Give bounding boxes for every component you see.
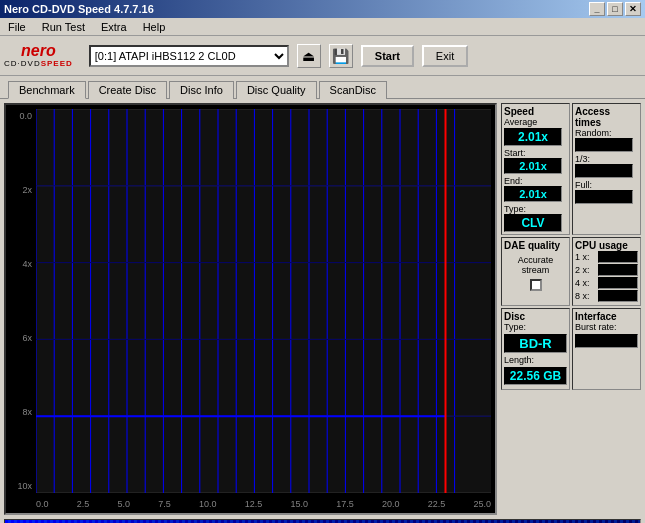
minimize-button[interactable]: _ — [589, 2, 605, 16]
y-label-0: 10x — [6, 481, 34, 491]
cpu-row-4: 4 x: — [575, 277, 638, 289]
close-button[interactable]: ✕ — [625, 2, 641, 16]
disc-length-label: Length: — [504, 355, 567, 365]
menu-help[interactable]: Help — [139, 20, 170, 34]
y-label-5: 0.0 — [6, 111, 34, 121]
cpu-row-8: 8 x: — [575, 290, 638, 302]
menu-extra[interactable]: Extra — [97, 20, 131, 34]
cd-dvd-speed-text: CD·DVDSPEED — [4, 59, 73, 68]
nero-logo: nero CD·DVDSPEED — [4, 43, 73, 68]
toolbar: nero CD·DVDSPEED [0:1] ATAPI iHBS112 2 C… — [0, 36, 645, 76]
disc-length-value: 22.56 GB — [504, 367, 567, 385]
menu-run-test[interactable]: Run Test — [38, 20, 89, 34]
speed-title: Speed — [504, 106, 567, 117]
nero-text: nero — [21, 43, 56, 59]
tab-disc-quality[interactable]: Disc Quality — [236, 81, 317, 99]
access-times-title: Access times — [575, 106, 638, 128]
speed-access-row: Speed Average 2.01x Start: 2.01x End: 2.… — [501, 103, 641, 235]
y-label-2: 6x — [6, 333, 34, 343]
x-label-6: 15.0 — [290, 499, 308, 509]
y-axis: 10x 8x 6x 4x 2x 0.0 — [6, 109, 34, 493]
window-title: Nero CD-DVD Speed 4.7.7.16 — [4, 3, 154, 15]
access-random-value — [575, 138, 633, 152]
interface-title: Interface — [575, 311, 638, 322]
title-bar-buttons: _ □ ✕ — [589, 2, 641, 16]
progress-bar — [4, 519, 641, 523]
disc-interface-row: Disc Type: BD-R Length: 22.56 GB Interfa… — [501, 308, 641, 390]
x-label-9: 22.5 — [428, 499, 446, 509]
y-label-1: 8x — [6, 407, 34, 417]
menu-bar: File Run Test Extra Help — [0, 18, 645, 36]
speed-end-label: End: — [504, 176, 567, 186]
cpu-8x-value — [598, 290, 638, 302]
speed-average-value: 2.01x — [504, 128, 562, 146]
exit-button[interactable]: Exit — [422, 45, 468, 67]
disc-title: Disc — [504, 311, 567, 322]
tab-create-disc[interactable]: Create Disc — [88, 81, 167, 99]
chart-area: 10x 8x 6x 4x 2x 0.0 — [4, 103, 497, 515]
tab-benchmark[interactable]: Benchmark — [8, 81, 86, 99]
x-label-3: 7.5 — [158, 499, 171, 509]
maximize-button[interactable]: □ — [607, 2, 623, 16]
eject-icon-button[interactable]: ⏏ — [297, 44, 321, 68]
x-label-4: 10.0 — [199, 499, 217, 509]
right-panel: Speed Average 2.01x Start: 2.01x End: 2.… — [501, 103, 641, 515]
cpu-row-2: 2 x: — [575, 264, 638, 276]
tab-scan-disc[interactable]: ScanDisc — [319, 81, 387, 99]
title-bar: Nero CD-DVD Speed 4.7.7.16 _ □ ✕ — [0, 0, 645, 18]
x-label-0: 0.0 — [36, 499, 49, 509]
tab-bar: Benchmark Create Disc Disc Info Disc Qua… — [0, 76, 645, 98]
cpu-row-1: 1 x: — [575, 251, 638, 263]
speed-type-value: CLV — [504, 214, 562, 232]
start-button[interactable]: Start — [361, 45, 414, 67]
access-times-box: Access times Random: 1/3: Full: — [572, 103, 641, 235]
burst-row: Burst rate: — [575, 322, 638, 332]
speed-average-label: Average — [504, 117, 567, 127]
accurate-stream-checkbox[interactable] — [530, 279, 542, 291]
y-label-4: 2x — [6, 185, 34, 195]
speed-start-value: 2.01x — [504, 158, 562, 174]
y-label-3: 4x — [6, 259, 34, 269]
speed-box: Speed Average 2.01x Start: 2.01x End: 2.… — [501, 103, 570, 235]
burst-value — [575, 334, 638, 348]
speed-start-label: Start: — [504, 148, 567, 158]
disc-type-value: BD-R — [504, 334, 567, 353]
speed-end-value: 2.01x — [504, 186, 562, 202]
cpu-box: CPU usage 1 x: 2 x: 4 x: 8 x: — [572, 237, 641, 306]
disc-box: Disc Type: BD-R Length: 22.56 GB — [501, 308, 570, 390]
dae-title: DAE quality — [504, 240, 567, 251]
x-label-10: 25.0 — [473, 499, 491, 509]
x-label-5: 12.5 — [245, 499, 263, 509]
dae-box: DAE quality Accurate stream — [501, 237, 570, 306]
cpu-4x-label: 4 x: — [575, 278, 590, 288]
access-full-value — [575, 190, 633, 204]
disc-type-label: Type: — [504, 322, 567, 332]
access-onethird-label: 1/3: — [575, 154, 638, 164]
dae-cpu-row: DAE quality Accurate stream CPU usage 1 … — [501, 237, 641, 306]
cpu-2x-value — [598, 264, 638, 276]
cpu-1x-label: 1 x: — [575, 252, 590, 262]
cpu-2x-label: 2 x: — [575, 265, 590, 275]
access-onethird-value — [575, 164, 633, 178]
accurate-stream-label: Accurate — [504, 255, 567, 265]
x-label-7: 17.5 — [336, 499, 354, 509]
access-random-label: Random: — [575, 128, 638, 138]
drive-select[interactable]: [0:1] ATAPI iHBS112 2 CL0D — [89, 45, 289, 67]
tab-disc-info[interactable]: Disc Info — [169, 81, 234, 99]
interface-box: Interface Burst rate: — [572, 308, 641, 390]
save-icon-button[interactable]: 💾 — [329, 44, 353, 68]
access-full-label: Full: — [575, 180, 638, 190]
svg-rect-0 — [36, 109, 491, 493]
cpu-1x-value — [598, 251, 638, 263]
chart-display: 10x 8x 6x 4x 2x 0.0 — [4, 103, 497, 515]
cpu-title: CPU usage — [575, 240, 638, 251]
burst-label: Burst rate: — [575, 322, 617, 332]
accurate-stream-label2: stream — [504, 265, 567, 275]
x-axis: 0.0 2.5 5.0 7.5 10.0 12.5 15.0 17.5 20.0… — [36, 495, 491, 513]
x-label-8: 20.0 — [382, 499, 400, 509]
speed-type-label: Type: — [504, 204, 567, 214]
x-label-1: 2.5 — [77, 499, 90, 509]
cpu-8x-label: 8 x: — [575, 291, 590, 301]
menu-file[interactable]: File — [4, 20, 30, 34]
cpu-4x-value — [598, 277, 638, 289]
